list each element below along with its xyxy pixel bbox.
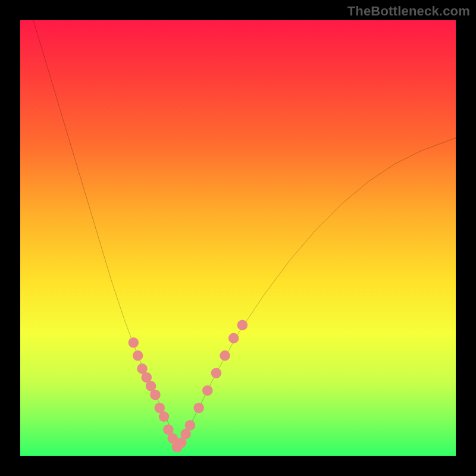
marker-left-marker-band: [150, 390, 161, 400]
chart-frame: TheBottleneck.com: [0, 0, 476, 476]
marker-right-marker-band: [193, 403, 204, 414]
marker-left-marker-band: [129, 337, 139, 348]
marker-right-marker-band: [202, 385, 213, 396]
plot-area: [20, 20, 456, 456]
curve-overlay: [20, 20, 456, 456]
marker-right-marker-band: [185, 420, 196, 431]
marker-right-marker-band: [228, 333, 239, 344]
marker-left-marker-band: [159, 411, 170, 422]
curve-left-branch: [33, 20, 177, 447]
marker-right-marker-band: [237, 320, 248, 331]
marker-right-marker-band: [220, 350, 230, 361]
curve-right-branch: [177, 138, 456, 447]
watermark-label: TheBottleneck.com: [347, 4, 470, 19]
marker-right-marker-band: [211, 368, 222, 378]
marker-left-marker-band: [133, 350, 143, 361]
